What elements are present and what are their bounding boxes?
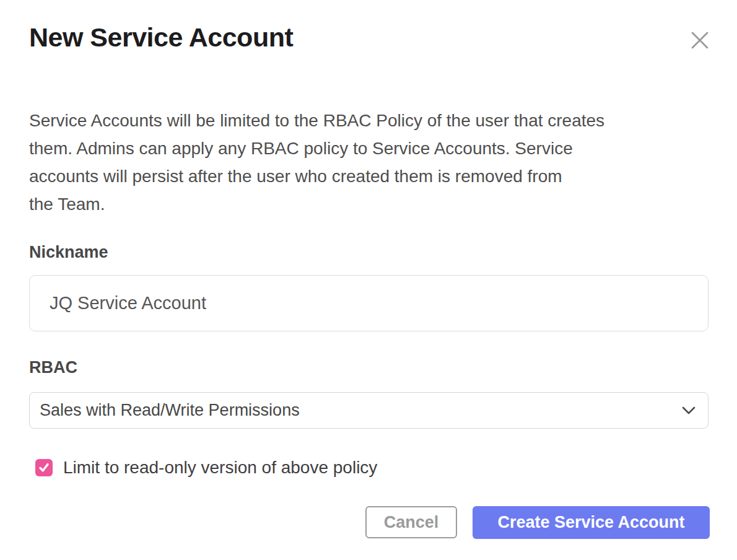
close-button[interactable]: [687, 28, 712, 53]
limit-readonly-checkbox[interactable]: [35, 459, 53, 476]
rbac-select-value: Sales with Read/Write Permissions: [40, 401, 300, 420]
close-icon: [691, 31, 709, 50]
description-line: the Team.: [29, 190, 717, 218]
modal-footer: Cancel Create Service Account: [0, 506, 737, 539]
cancel-button[interactable]: Cancel: [365, 506, 457, 538]
page-title: New Service Account: [29, 22, 293, 53]
description-line: accounts will persist after the user who…: [29, 162, 717, 190]
rbac-select[interactable]: Sales with Read/Write Permissions: [29, 392, 709, 429]
rbac-label: RBAC: [29, 358, 77, 377]
chevron-down-icon: [682, 406, 696, 415]
modal-description: Service Accounts will be limited to the …: [29, 107, 717, 218]
description-line: Service Accounts will be limited to the …: [29, 107, 717, 134]
limit-readonly-label[interactable]: Limit to read-only version of above poli…: [63, 458, 377, 478]
nickname-label: Nickname: [29, 243, 108, 262]
limit-readonly-row: Limit to read-only version of above poli…: [35, 458, 377, 478]
check-icon: [38, 462, 50, 474]
create-service-account-button[interactable]: Create Service Account: [473, 506, 710, 539]
description-line: them. Admins can apply any RBAC policy t…: [29, 134, 717, 162]
new-service-account-modal: New Service Account Service Accounts wil…: [0, 0, 737, 560]
nickname-input[interactable]: [29, 275, 709, 331]
